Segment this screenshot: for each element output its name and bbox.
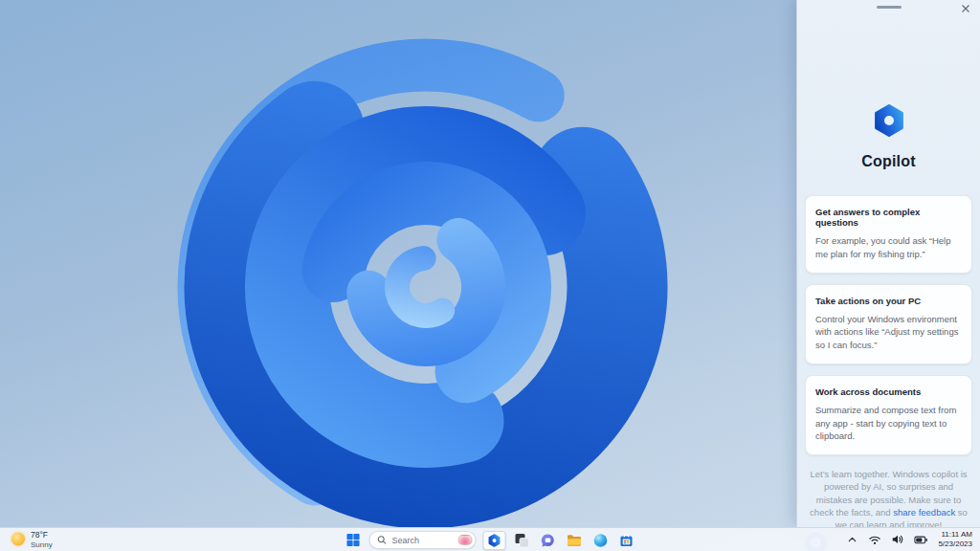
microsoft-store-button[interactable]	[617, 531, 636, 550]
suggestion-cards: Get answers to complex questions For exa…	[805, 195, 972, 455]
close-icon	[959, 2, 972, 15]
battery-icon	[914, 534, 928, 545]
volume-button[interactable]	[889, 532, 906, 548]
suggestion-card-actions[interactable]: Take actions on your PC Control your Win…	[805, 284, 972, 364]
weather-temperature: 78°F	[31, 531, 53, 540]
start-button[interactable]	[345, 531, 363, 549]
panel-drag-handle[interactable]	[877, 6, 902, 9]
chat-icon	[541, 533, 556, 548]
copilot-logo-icon	[870, 101, 908, 140]
copilot-branding: Copilot	[797, 101, 980, 170]
copilot-panel: Copilot Get answers to complex questions…	[796, 0, 980, 527]
taskbar-search[interactable]: Search	[369, 531, 477, 549]
search-daily-image	[458, 535, 473, 545]
share-feedback-link[interactable]: share feedback	[893, 507, 955, 518]
card-title: Take actions on your PC	[815, 296, 962, 306]
edge-button[interactable]	[591, 531, 611, 550]
chat-button[interactable]	[539, 531, 558, 550]
weather-widget[interactable]: 78°F Sunny	[8, 529, 56, 551]
suggestion-card-documents[interactable]: Work across documents Summarize and comp…	[805, 375, 972, 455]
hidden-icons-button[interactable]	[844, 532, 860, 548]
search-icon	[377, 535, 388, 545]
weather-condition: Sunny	[31, 540, 53, 548]
weather-text: 78°F Sunny	[31, 531, 53, 549]
card-body: For example, you could ask “Help me plan…	[815, 234, 962, 261]
microsoft-store-icon	[619, 533, 635, 548]
task-view-icon	[515, 533, 530, 548]
task-view-button[interactable]	[513, 531, 532, 550]
file-explorer-button[interactable]	[565, 531, 585, 550]
wifi-icon	[868, 534, 881, 546]
card-title: Get answers to complex questions	[815, 207, 962, 228]
taskbar-center: Search	[345, 528, 636, 551]
card-body: Summarize and compose text from any app …	[815, 404, 962, 443]
chevron-up-icon	[846, 534, 858, 546]
file-explorer-icon	[567, 533, 583, 548]
suggestion-card-answers[interactable]: Get answers to complex questions For exa…	[805, 195, 972, 274]
disclaimer: Let’s learn together. Windows copilot is…	[809, 468, 969, 531]
speaker-icon	[891, 534, 904, 546]
panel-titlebar	[797, 0, 980, 15]
sun-icon	[11, 533, 25, 546]
close-button[interactable]	[959, 2, 972, 15]
tray-date: 5/23/2023	[938, 540, 972, 549]
system-tray: 11:11 AM 5/23/2023	[844, 529, 974, 549]
edge-icon	[593, 533, 609, 548]
panel-title: Copilot	[797, 153, 980, 170]
bloom-flower-graphic	[91, 10, 770, 545]
card-body: Control your Windows environment with ac…	[815, 313, 962, 352]
tray-clock[interactable]: 11:11 AM 5/23/2023	[936, 529, 974, 549]
taskbar: 78°F Sunny Search	[0, 527, 980, 551]
search-placeholder: Search	[392, 536, 454, 545]
tray-time: 11:11 AM	[938, 530, 972, 540]
battery-button[interactable]	[912, 532, 930, 547]
windows-icon	[346, 533, 361, 547]
copilot-taskbar-icon	[487, 533, 502, 548]
card-title: Work across documents	[815, 386, 962, 397]
taskbar-copilot-button[interactable]	[483, 531, 506, 550]
wifi-button[interactable]	[866, 532, 883, 548]
screen: Copilot Get answers to complex questions…	[0, 0, 980, 551]
